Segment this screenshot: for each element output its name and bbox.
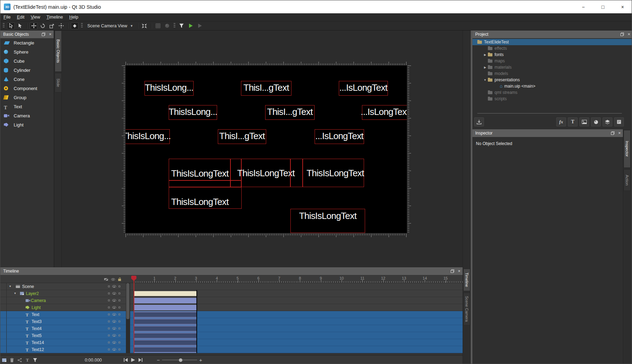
chevron-down-icon[interactable]: ▼ bbox=[130, 24, 133, 28]
delete-object-button[interactable] bbox=[8, 358, 16, 362]
go-to-end-icon[interactable] bbox=[139, 358, 142, 362]
timeline-row-text14[interactable]: Text14 bbox=[0, 339, 463, 346]
lock-toggle-icon[interactable] bbox=[119, 328, 120, 329]
tab-inspector[interactable]: Inspector bbox=[624, 130, 631, 168]
menu-edit[interactable]: Edit bbox=[14, 13, 28, 21]
zoom-out-icon[interactable]: − bbox=[157, 357, 160, 363]
play-button[interactable] bbox=[187, 22, 195, 29]
lock-toggle-icon[interactable] bbox=[118, 279, 121, 281]
component-toggle-icon[interactable] bbox=[108, 335, 110, 336]
project-tree-item-presentations[interactable]: ▼presentations bbox=[472, 77, 632, 83]
visibility-toggle-icon[interactable] bbox=[112, 292, 116, 295]
add-image-button[interactable] bbox=[579, 117, 589, 126]
scene-text-object[interactable]: ThisIsLongText bbox=[290, 209, 365, 233]
visibility-toggle-icon[interactable] bbox=[112, 306, 116, 309]
zoom-slider-handle[interactable] bbox=[179, 358, 182, 362]
project-tree-item-fonts[interactable]: ▶fonts bbox=[472, 51, 632, 58]
palette-item-group[interactable]: Group bbox=[0, 93, 54, 102]
palette-item-camera[interactable]: Camera bbox=[0, 111, 54, 120]
timebar[interactable] bbox=[134, 339, 197, 346]
row-track[interactable] bbox=[130, 339, 463, 346]
component-toggle-icon[interactable] bbox=[108, 307, 110, 308]
add-data-input-button[interactable]: T bbox=[23, 357, 31, 363]
row-track[interactable] bbox=[130, 297, 463, 304]
presentation-canvas[interactable]: ThisIsLong...ThisI...gText...IsLongTextT… bbox=[126, 66, 407, 233]
helper-grid-toggle-button[interactable] bbox=[154, 22, 162, 29]
play-icon[interactable] bbox=[131, 358, 135, 362]
float-panel-icon[interactable] bbox=[42, 33, 45, 36]
lock-toggle-icon[interactable] bbox=[119, 300, 120, 301]
chevron-down-icon[interactable]: ▼ bbox=[483, 78, 487, 82]
tab-slide[interactable]: Slide bbox=[55, 73, 62, 92]
scene-viewport[interactable]: ThisIsLong...ThisI...gText...IsLongTextT… bbox=[62, 30, 463, 267]
visibility-toggle-icon[interactable] bbox=[112, 341, 116, 344]
timeline-row-text12[interactable]: Text12 bbox=[0, 346, 463, 353]
scene-text-object[interactable]: ThisIsLong... bbox=[169, 105, 217, 120]
tab-timeline[interactable]: Timeline bbox=[463, 269, 470, 291]
row-track[interactable] bbox=[130, 290, 463, 297]
go-to-start-icon[interactable] bbox=[124, 358, 128, 362]
camera-view-select[interactable]: Scene Camera View bbox=[87, 23, 127, 28]
timeline-row-text5[interactable]: Text5 bbox=[0, 332, 463, 339]
timeline-scrollbar[interactable] bbox=[126, 283, 129, 319]
component-toggle-icon[interactable] bbox=[108, 314, 110, 315]
lock-toggle-icon[interactable] bbox=[119, 286, 120, 287]
timeline-row-camera[interactable]: Camera bbox=[0, 297, 463, 304]
visibility-toggle-icon[interactable] bbox=[112, 299, 116, 302]
component-toggle-icon[interactable] bbox=[108, 342, 110, 343]
project-tree-item-textelidetest[interactable]: TextElideTest bbox=[472, 39, 632, 45]
timebar[interactable] bbox=[134, 298, 197, 303]
autokeyframe-toggle-button[interactable] bbox=[71, 22, 79, 29]
close-panel-icon[interactable]: × bbox=[618, 131, 621, 135]
project-tree-item-materials[interactable]: ▶materials bbox=[472, 64, 632, 70]
row-track[interactable] bbox=[130, 304, 463, 311]
timebar[interactable] bbox=[134, 332, 197, 339]
visibility-toggle-icon[interactable] bbox=[112, 313, 116, 316]
preview-button[interactable] bbox=[196, 22, 204, 29]
palette-item-sphere[interactable]: Sphere bbox=[0, 47, 54, 56]
tab-scene-camera[interactable]: Scene Camera bbox=[463, 293, 470, 325]
timeline-row-layer2[interactable]: ▼Layer2 bbox=[0, 290, 463, 297]
add-font-button[interactable]: T bbox=[568, 117, 578, 126]
timebar[interactable] bbox=[134, 325, 197, 332]
minimize-button[interactable]: − bbox=[573, 0, 593, 13]
maximize-button[interactable]: □ bbox=[593, 0, 613, 13]
fit-selected-button[interactable] bbox=[141, 22, 148, 29]
project-tree-item-qml-streams[interactable]: qml streams bbox=[472, 89, 632, 96]
component-toggle-icon[interactable] bbox=[108, 293, 110, 294]
visibility-toggle-icon[interactable] bbox=[112, 327, 116, 330]
rotate-tool-button[interactable] bbox=[39, 22, 47, 29]
tab-basic-objects[interactable]: Basic Objects bbox=[55, 30, 62, 72]
palette-item-text[interactable]: Text bbox=[0, 102, 54, 111]
add-effect-button[interactable]: fx bbox=[556, 117, 566, 126]
scene-text-object[interactable]: ThisI...gText bbox=[218, 129, 266, 144]
action-button[interactable] bbox=[16, 358, 23, 362]
component-toggle-icon[interactable] bbox=[108, 321, 110, 322]
component-toggle-icon[interactable] bbox=[108, 328, 110, 329]
filter-variants-button[interactable] bbox=[178, 22, 186, 29]
lock-toggle-icon[interactable] bbox=[119, 314, 120, 315]
scene-text-object[interactable]: ThisIsLong... bbox=[126, 129, 170, 144]
project-tree-item-scripts[interactable]: scripts bbox=[472, 96, 632, 102]
filter-button[interactable] bbox=[31, 358, 39, 362]
scene-text-object[interactable]: ...IsLongText bbox=[339, 81, 388, 96]
timeline-row-scene[interactable]: ▼Scene bbox=[0, 283, 463, 290]
lock-toggle-icon[interactable] bbox=[119, 335, 120, 336]
local-global-toggle-button[interactable] bbox=[57, 22, 65, 29]
component-toggle-icon[interactable] bbox=[108, 286, 110, 287]
lock-toggle-icon[interactable] bbox=[119, 307, 120, 308]
project-tree-item-models[interactable]: models bbox=[472, 70, 632, 77]
add-layer-button[interactable] bbox=[603, 117, 612, 126]
scene-text-object[interactable]: ThisIsLong... bbox=[144, 81, 194, 96]
visibility-toggle-icon[interactable] bbox=[111, 278, 115, 281]
component-toggle-icon[interactable] bbox=[108, 300, 110, 301]
timeline-row-text[interactable]: Text bbox=[0, 311, 463, 318]
timeline-row-text4[interactable]: Text4 bbox=[0, 325, 463, 332]
project-tree-item-maps[interactable]: maps bbox=[472, 58, 632, 64]
import-assets-button[interactable] bbox=[474, 117, 484, 126]
row-track[interactable] bbox=[130, 283, 463, 290]
timeline-zoom-slider[interactable] bbox=[162, 360, 197, 360]
close-panel-icon[interactable]: × bbox=[49, 33, 52, 36]
scene-text-object[interactable]: ...IsLongText bbox=[315, 129, 364, 144]
scene-text-object[interactable]: ThisI...gText bbox=[241, 81, 291, 96]
